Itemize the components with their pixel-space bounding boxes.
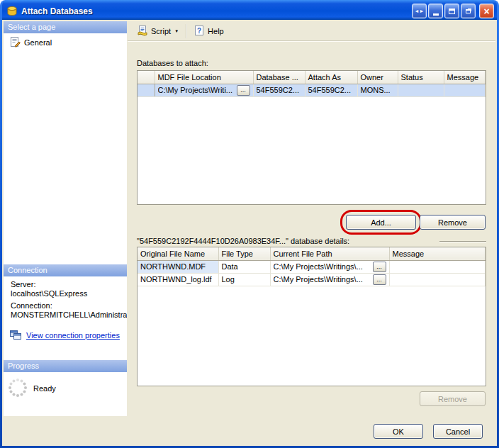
file-type-cell[interactable]: Data (218, 260, 270, 273)
browse-path-button[interactable]: ... (373, 274, 386, 285)
original-file-name-cell[interactable]: NORTHWND_log.ldf (138, 273, 218, 286)
mdf-file-location-cell[interactable]: C:\My Projects\Writi... ... (155, 84, 253, 96)
titlebar[interactable]: Attach Databases ◄► × (2, 0, 497, 20)
view-connection-properties-link[interactable]: View connection properties (26, 331, 120, 340)
status-cell[interactable] (398, 84, 444, 96)
progress-header: Progress (4, 360, 127, 372)
progress-spinner-icon (8, 378, 28, 399)
current-file-path-cell[interactable]: C:\My Projects\Writings\... ... (270, 273, 389, 286)
minimize-button[interactable] (428, 4, 443, 18)
sidebar-item-general[interactable]: General (4, 33, 127, 51)
column-header-message: Message (444, 71, 486, 84)
current-file-path-cell[interactable]: C:\My Projects\Writings\... ... (270, 260, 389, 273)
table-row[interactable]: NORTHWND_log.ldf Log C:\My Projects\Writ… (138, 273, 486, 286)
main-panel: Script ▼ ? Help Databases to attach: (128, 20, 497, 446)
select-a-page-header: Select a page (4, 21, 127, 33)
database-details-label: "54F559C2192F4444F10D26A0983E34F..." dat… (137, 237, 349, 245)
minimize-icon (433, 13, 439, 16)
maximize-button[interactable] (444, 4, 459, 18)
details-message-cell[interactable] (389, 260, 486, 273)
connection-label: Connection: (4, 298, 127, 310)
current-file-path-value: C:\My Projects\Writings\... (274, 262, 363, 271)
close-button[interactable]: × (479, 4, 494, 18)
restore-button[interactable] (461, 4, 476, 18)
column-header-file-type: File Type (218, 247, 270, 260)
dialog-client-area: Select a page General Connection Server: (2, 20, 497, 446)
toolbar: Script ▼ ? Help (128, 21, 495, 41)
close-icon: × (483, 6, 489, 17)
column-header-selector (138, 71, 155, 84)
dock-arrows-icon: ◄► (415, 9, 425, 13)
file-type-cell[interactable]: Log (218, 273, 270, 286)
attach-as-cell[interactable]: 54F559C2... (305, 84, 357, 96)
column-header-database: Database ... (253, 71, 305, 84)
maximize-icon (449, 9, 455, 14)
attach-table-header-row: MDF File Location Database ... Attach As… (138, 71, 486, 84)
owner-cell[interactable]: MONS... (357, 84, 398, 96)
column-header-current-file-path: Current File Path (270, 247, 389, 260)
database-icon (6, 6, 18, 17)
cancel-button[interactable]: Cancel (433, 424, 483, 439)
progress-status: Ready (33, 384, 56, 393)
help-button[interactable]: ? Help (190, 23, 228, 40)
add-button[interactable]: Add... (346, 215, 416, 230)
column-header-attach-as: Attach As (305, 71, 357, 84)
message-cell[interactable] (444, 84, 486, 96)
attach-databases-window: Attach Databases ◄► × Select a page (0, 0, 499, 448)
select-a-page-panel: General (4, 33, 127, 264)
table-row[interactable]: C:\My Projects\Writi... ... 54F559C2... … (138, 84, 486, 96)
browse-path-button[interactable]: ... (373, 262, 386, 272)
window-title: Attach Databases (21, 6, 412, 16)
databases-to-attach-table: MDF File Location Database ... Attach As… (137, 70, 486, 205)
general-page-icon (9, 36, 21, 49)
restore-icon (466, 9, 471, 13)
details-table-header-row: Original File Name File Type Current Fil… (138, 247, 486, 260)
server-label: Server: (4, 276, 127, 289)
database-cell[interactable]: 54F559C2... (253, 84, 305, 96)
svg-text:?: ? (197, 26, 201, 34)
details-remove-button[interactable]: Remove (420, 391, 486, 406)
databases-to-attach-label: Databases to attach: (137, 59, 208, 67)
script-dropdown-icon[interactable]: ▼ (174, 29, 179, 33)
database-details-table: Original File Name File Type Current Fil… (137, 247, 486, 386)
column-header-details-message: Message (389, 247, 486, 260)
dock-arrows-button[interactable]: ◄► (412, 4, 427, 18)
column-header-original-file-name: Original File Name (138, 247, 218, 260)
connection-panel: Server: localhost\SQLExpress Connection:… (4, 276, 127, 360)
table-row[interactable]: NORTHWND.MDF Data C:\My Projects\Writing… (138, 260, 486, 273)
script-label: Script (151, 27, 171, 35)
server-value: localhost\SQLExpress (4, 289, 127, 298)
script-icon (137, 25, 148, 38)
progress-panel: Ready (4, 372, 127, 416)
details-message-cell[interactable] (389, 273, 486, 286)
browse-mdf-button[interactable]: ... (237, 85, 250, 96)
column-header-status: Status (398, 71, 444, 84)
connection-properties-icon (9, 329, 22, 342)
mdf-file-location-value: C:\My Projects\Writi... (158, 86, 233, 94)
general-label: General (24, 38, 52, 47)
connection-value: MONSTERMITCHELL\Administra (4, 310, 127, 319)
help-icon: ? (194, 25, 205, 38)
help-label: Help (208, 27, 224, 35)
details-divider (439, 241, 486, 242)
ok-button[interactable]: OK (374, 424, 423, 439)
current-file-path-value: C:\My Projects\Writings\... (274, 275, 363, 284)
remove-button[interactable]: Remove (420, 215, 486, 230)
script-button[interactable]: Script ▼ (133, 23, 182, 40)
column-header-owner: Owner (357, 71, 398, 84)
column-header-mdf-file-location: MDF File Location (155, 71, 253, 84)
row-selector[interactable] (138, 84, 155, 96)
toolbar-separator (186, 24, 186, 38)
window-controls: ◄► × (412, 4, 494, 18)
original-file-name-cell[interactable]: NORTHWND.MDF (138, 260, 218, 273)
connection-header: Connection (4, 264, 127, 276)
